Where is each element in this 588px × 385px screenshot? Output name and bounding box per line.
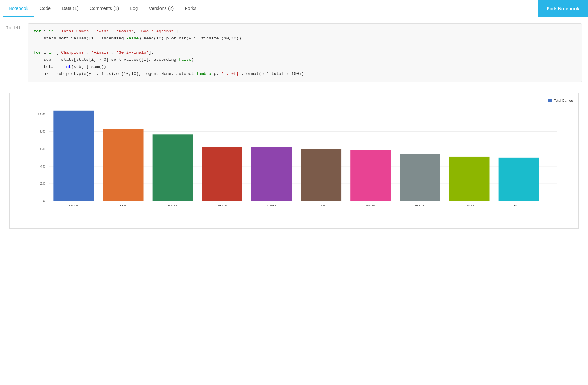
legend-label: Total Games: [554, 99, 573, 102]
svg-text:FRA: FRA: [366, 204, 375, 207]
bar-ita: [103, 129, 143, 201]
svg-text:60: 60: [40, 147, 45, 151]
tab-versions[interactable]: Versions (2): [143, 0, 179, 17]
code-cell: In [4]: for i in ['Total Games', 'Wins',…: [6, 23, 582, 82]
svg-text:20: 20: [40, 182, 45, 185]
svg-text:ESP: ESP: [317, 204, 326, 207]
top-nav: Notebook Code Data (1) Comments (1) Log …: [0, 0, 588, 17]
bar-esp: [301, 149, 341, 201]
svg-text:FRG: FRG: [217, 204, 227, 207]
tab-log[interactable]: Log: [124, 0, 143, 17]
bar-bra: [53, 110, 94, 201]
chart-area: Total Games 0 20 40 60 80 100: [6, 90, 582, 238]
chart-legend: Total Games: [548, 99, 573, 102]
svg-text:URU: URU: [464, 204, 474, 207]
svg-text:NED: NED: [514, 204, 524, 207]
svg-text:ITA: ITA: [120, 204, 127, 207]
svg-text:ENG: ENG: [267, 204, 277, 207]
svg-text:80: 80: [40, 130, 45, 134]
tab-data[interactable]: Data (1): [56, 0, 84, 17]
bar-fra: [350, 150, 391, 201]
fork-notebook-button[interactable]: Fork Notebook: [538, 0, 588, 17]
svg-text:0: 0: [43, 199, 45, 203]
bar-ned: [499, 157, 539, 201]
chart-container: Total Games 0 20 40 60 80 100: [9, 93, 579, 229]
cell-label: In [4]:: [6, 23, 28, 82]
tab-notebook[interactable]: Notebook: [3, 0, 34, 17]
bar-chart-svg: 0 20 40 60 80 100 BRA ITA ARG FRG: [27, 99, 566, 213]
svg-text:BRA: BRA: [69, 204, 79, 207]
nav-tabs: Notebook Code Data (1) Comments (1) Log …: [0, 0, 538, 17]
bar-eng: [251, 147, 292, 201]
svg-text:100: 100: [37, 112, 45, 116]
legend-swatch: [548, 99, 552, 102]
tab-comments[interactable]: Comments (1): [84, 0, 124, 17]
tab-forks[interactable]: Forks: [179, 0, 202, 17]
bar-mex: [400, 154, 440, 201]
bar-frg: [202, 147, 242, 201]
svg-text:40: 40: [40, 164, 45, 168]
code-block[interactable]: for i in ['Total Games', 'Wins', 'Goals'…: [28, 23, 582, 82]
tab-code[interactable]: Code: [34, 0, 56, 17]
bar-arg: [153, 134, 193, 201]
main-content: In [4]: for i in ['Total Games', 'Wins',…: [0, 17, 588, 238]
bar-uru: [449, 156, 489, 201]
svg-text:MEX: MEX: [415, 204, 425, 207]
svg-text:ARG: ARG: [168, 204, 178, 207]
